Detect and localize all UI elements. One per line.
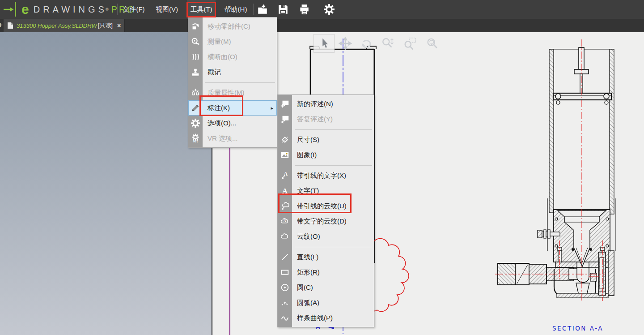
menu-item-label: 答复评述(Y) xyxy=(297,115,333,124)
logo-name: DRAWINGS xyxy=(34,4,107,15)
menu-item-label: 图象(I) xyxy=(297,151,317,159)
menubar-item-file[interactable]: 文件(F) xyxy=(120,0,148,19)
menu-item-arc[interactable]: 圆弧(A) xyxy=(278,295,374,310)
menu-item-markup[interactable]: 标注(K)▸ xyxy=(188,100,277,116)
menu-item-label: 测量(M) xyxy=(208,38,231,46)
menu-item-label: 移动零部件(C) xyxy=(208,22,250,31)
document-icon xyxy=(7,22,13,29)
menu-item-options[interactable]: 选项(O)... xyxy=(188,116,277,131)
cross-section-icon xyxy=(191,52,200,62)
image-icon xyxy=(280,150,290,160)
circle-icon xyxy=(280,283,290,292)
print-icon xyxy=(298,4,310,15)
menubar-item-help[interactable]: 帮助(H) xyxy=(222,0,250,19)
tab-close-button[interactable]: × xyxy=(117,22,121,29)
options-gear-icon xyxy=(191,118,200,128)
menu-item-label: 选项(O)... xyxy=(208,119,236,128)
viewport-background xyxy=(0,32,212,335)
open-button[interactable] xyxy=(257,4,269,16)
menu-item-vr-options[interactable]: VRVR 选项... xyxy=(188,131,277,146)
menu-item-label: 新的评述(N) xyxy=(297,100,333,108)
select-tool-button[interactable] xyxy=(314,34,335,53)
menu-item-label: 戳记 xyxy=(208,68,221,77)
document-tab[interactable]: 313300 Hopper Assy.SLDDRW [只读] × xyxy=(4,19,125,32)
edrawings-logo: eDRAWINGS®PRO xyxy=(3,0,136,19)
menu-item-label: 质量属性(M) xyxy=(208,89,245,97)
stamp-icon xyxy=(191,67,200,77)
logo-registered: ® xyxy=(106,7,109,12)
menu-bar: eDRAWINGS®PRO 文件(F)视图(V)工具(T)帮助(H) xyxy=(0,0,644,19)
zoom-fit-icon xyxy=(425,36,440,51)
menu-item-label: 云纹(O) xyxy=(297,232,320,241)
svg-text:A: A xyxy=(282,187,288,195)
menubar-item-view[interactable]: 视图(V) xyxy=(153,0,181,19)
menu-item-label: 带引线的文字(X) xyxy=(297,172,346,180)
svg-text:A: A xyxy=(283,219,286,223)
menu-item-cloud[interactable]: 云纹(O) xyxy=(278,229,374,244)
select-arrow-icon xyxy=(317,36,331,51)
tab-bar: + 313300 Hopper Assy.SLDDRW [只读] × xyxy=(0,19,644,32)
menu-item-reply-comment[interactable]: 答复评述(Y) xyxy=(278,112,374,127)
settings-button[interactable] xyxy=(323,4,336,16)
arc-icon xyxy=(280,298,290,308)
menu-item-label: 样条曲线(P) xyxy=(297,314,333,322)
menu-item-image[interactable]: 图象(I) xyxy=(278,147,374,163)
menubar-separator xyxy=(117,4,118,15)
zoom-area-tool-button[interactable] xyxy=(403,36,417,52)
menu-item-new-comment[interactable]: 新的评述(N) xyxy=(278,96,374,112)
text-icon: A xyxy=(280,186,290,196)
dimension-icon xyxy=(280,135,290,145)
menu-item-label: 尺寸(S) xyxy=(297,136,319,144)
move-component-icon xyxy=(191,21,200,31)
gear-icon xyxy=(323,4,335,15)
print-button[interactable] xyxy=(298,4,311,16)
menu-item-cloud-text[interactable]: A带文字的云纹(D) xyxy=(278,214,374,229)
menu-item-label: 带文字的云纹(D) xyxy=(297,217,347,226)
menu-item-label: 带引线的云纹(U) xyxy=(297,202,347,210)
rectangle-icon xyxy=(280,267,290,277)
zoom-tool-button[interactable] xyxy=(381,36,395,52)
submenu-arrow-icon: ▸ xyxy=(271,105,273,111)
menu-item-cross-section[interactable]: 横断面(O) xyxy=(188,49,277,64)
section-view: SECTION A-A xyxy=(495,39,616,332)
menu-item-spline[interactable]: 样条曲线(P) xyxy=(278,310,374,326)
menu-item-label: 直线(L) xyxy=(297,253,318,262)
save-button[interactable] xyxy=(277,4,290,16)
markup-icon xyxy=(191,103,200,113)
pan-icon xyxy=(338,36,352,51)
markup-submenu: 新的评述(N)答复评述(Y)尺寸(S)图象(I)A带引线的文字(X)A文字(T)… xyxy=(277,94,374,327)
menu-item-text-leader[interactable]: A带引线的文字(X) xyxy=(278,168,374,183)
menu-item-label: 标注(K) xyxy=(208,104,230,112)
zoom-fit-tool-button[interactable] xyxy=(425,36,440,52)
menu-item-label: 横断面(O) xyxy=(208,53,237,61)
tab-title: 313300 Hopper Assy.SLDDRW xyxy=(17,22,97,29)
line-icon xyxy=(280,252,290,262)
open-file-icon xyxy=(257,4,268,15)
measure-icon xyxy=(191,37,200,47)
menu-item-label: 圆(C) xyxy=(297,283,313,292)
menu-item-measure[interactable]: 测量(M) xyxy=(188,34,277,49)
reply-comment-icon xyxy=(280,114,290,124)
menu-item-label: 文字(T) xyxy=(297,187,319,195)
rotate-tool-button[interactable] xyxy=(360,36,374,52)
menu-separator xyxy=(278,127,374,132)
menu-item-mass-properties[interactable]: 质量属性(M) xyxy=(188,85,277,100)
cloud-text-icon: A xyxy=(280,216,290,226)
pan-tool-button[interactable] xyxy=(338,36,352,52)
menubar-item-tools[interactable]: 工具(T) xyxy=(187,0,216,19)
menu-item-cloud-leader[interactable]: 带引线的云纹(U) xyxy=(278,198,374,214)
menu-item-text[interactable]: A文字(T) xyxy=(278,183,374,198)
text-leader-icon: A xyxy=(280,171,290,180)
menubar-separator xyxy=(253,4,254,15)
menu-item-label: 圆弧(A) xyxy=(297,299,319,307)
menu-item-dimension[interactable]: 尺寸(S) xyxy=(278,132,374,147)
menu-item-move-components[interactable]: 移动零部件(C) xyxy=(188,19,277,34)
menu-item-rectangle[interactable]: 矩形(R) xyxy=(278,265,374,280)
menu-item-line[interactable]: 直线(L) xyxy=(278,249,374,265)
menu-item-circle[interactable]: 圆(C) xyxy=(278,280,374,295)
zoom-icon xyxy=(381,36,395,51)
cloud-leader-icon xyxy=(280,201,290,211)
new-tab-button[interactable]: + xyxy=(0,19,4,32)
rotate-icon xyxy=(360,36,374,51)
menu-item-stamp[interactable]: 戳记 xyxy=(188,64,277,80)
